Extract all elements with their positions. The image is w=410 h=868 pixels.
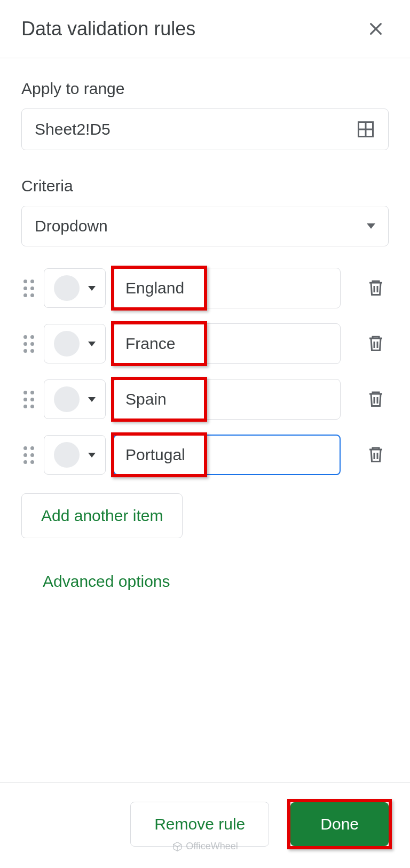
range-input-container[interactable]	[21, 108, 389, 150]
close-button[interactable]	[363, 16, 389, 42]
done-button-wrap: Done	[290, 802, 389, 846]
option-row	[21, 323, 389, 364]
add-item-button[interactable]: Add another item	[21, 493, 183, 538]
delete-option-button[interactable]	[363, 385, 389, 414]
apply-range-label: Apply to range	[21, 80, 389, 98]
color-circle	[54, 331, 80, 356]
advanced-options-link[interactable]: Advanced options	[43, 565, 389, 598]
chevron-down-icon	[88, 453, 96, 458]
options-list	[21, 268, 389, 475]
color-circle	[54, 442, 80, 468]
delete-option-button[interactable]	[363, 329, 389, 359]
option-row	[21, 268, 389, 308]
color-chip-dropdown[interactable]	[44, 379, 106, 419]
color-circle	[54, 275, 80, 301]
range-input[interactable]	[35, 120, 356, 138]
done-button[interactable]: Done	[290, 802, 389, 846]
drag-handle-icon[interactable]	[21, 444, 36, 466]
trash-icon	[366, 332, 385, 354]
option-input-wrap	[113, 268, 356, 308]
option-value-input[interactable]	[113, 268, 341, 308]
option-value-input[interactable]	[113, 435, 341, 475]
chevron-down-icon	[367, 223, 375, 229]
panel-header: Data validation rules	[0, 0, 410, 58]
delete-option-button[interactable]	[363, 274, 389, 303]
select-range-icon[interactable]	[356, 120, 375, 139]
option-row	[21, 379, 389, 420]
delete-option-button[interactable]	[363, 440, 389, 470]
chevron-down-icon	[88, 286, 96, 291]
color-chip-dropdown[interactable]	[44, 435, 106, 475]
criteria-dropdown[interactable]: Dropdown	[21, 206, 389, 246]
drag-handle-icon[interactable]	[21, 333, 36, 355]
trash-icon	[366, 277, 385, 298]
option-input-wrap	[113, 323, 356, 364]
chevron-down-icon	[88, 397, 96, 402]
chevron-down-icon	[88, 342, 96, 346]
color-circle	[54, 386, 80, 412]
trash-icon	[366, 444, 385, 465]
data-validation-panel: Data validation rules Apply to range Cri…	[0, 0, 410, 868]
close-icon	[367, 20, 384, 37]
option-input-wrap	[113, 379, 356, 420]
panel-footer: Remove rule Done OfficeWheel	[0, 782, 410, 868]
color-chip-dropdown[interactable]	[44, 268, 106, 308]
option-value-input[interactable]	[113, 379, 341, 420]
panel-title: Data validation rules	[21, 18, 195, 40]
drag-handle-icon[interactable]	[21, 277, 36, 299]
remove-rule-button[interactable]: Remove rule	[130, 802, 269, 847]
option-input-wrap	[113, 435, 356, 475]
option-value-input[interactable]	[113, 323, 341, 364]
option-row	[21, 435, 389, 475]
color-chip-dropdown[interactable]	[44, 324, 106, 363]
panel-content: Apply to range Criteria Dropdown	[0, 58, 410, 782]
criteria-label: Criteria	[21, 177, 389, 195]
trash-icon	[366, 388, 385, 409]
drag-handle-icon[interactable]	[21, 389, 36, 410]
criteria-selected-text: Dropdown	[35, 217, 108, 235]
